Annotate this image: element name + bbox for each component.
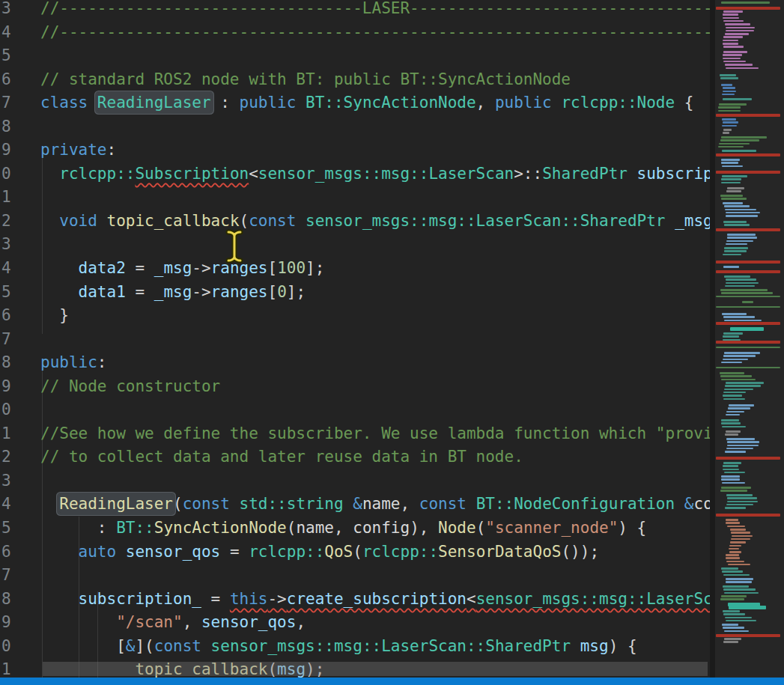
minimap-line [725,64,753,66]
minimap-line [720,74,736,76]
minimap-line [724,205,750,207]
minimap-line [718,110,741,112]
code-area[interactable]: //--------------------------------LASER-… [0,0,710,685]
minimap-line [719,103,747,106]
minimap-line [725,433,738,436]
code-line[interactable] [0,186,710,210]
code-line[interactable] [0,469,710,493]
code-line[interactable]: public: [0,351,710,375]
minimap-line [722,426,746,428]
minimap-line [721,567,738,570]
code-line[interactable]: // standard ROS2 node with BT: public BT… [0,68,710,92]
minimap-line [723,10,742,13]
code-line[interactable] [0,328,710,352]
minimap-line [716,322,780,325]
minimap-line [723,462,741,464]
minimap-line [723,332,743,335]
code-line[interactable]: //--------------------------------------… [0,21,710,45]
minimap-line [722,150,756,152]
minimap-line [724,630,749,633]
code-line[interactable]: data2 = _msg->ranges[100]; [0,257,710,281]
code-line[interactable] [0,398,710,422]
minimap-line [723,398,746,401]
minimap-line [720,77,739,79]
code-line[interactable] [0,564,710,588]
code-line[interactable]: // Node constructor [0,375,710,399]
minimap-line [723,13,738,16]
minimap-line [719,143,750,145]
minimap-line [716,7,780,10]
minimap-line [742,301,753,303]
code-line[interactable]: [&](const sensor_msgs::msg::LaserScan::S… [0,635,710,659]
minimap-line [716,270,780,273]
minimap-line [716,296,780,297]
minimap-line [721,1,770,4]
minimap-line [716,347,780,348]
minimap-line [726,494,753,496]
minimap-line [725,285,754,287]
minimap-line [716,634,780,637]
minimap-separator [710,0,715,685]
code-line[interactable]: data1 = _msg->ranges[0]; [0,281,710,305]
minimap-line [721,84,732,86]
horizontal-scrollbar[interactable] [43,662,708,676]
minimap-line [723,613,745,615]
minimap-line [721,159,739,161]
minimap-line [726,282,759,284]
minimap-line [723,129,732,131]
minimap-line [723,254,741,256]
minimap-line [721,419,739,421]
minimap-line [724,250,747,252]
code-line[interactable] [0,115,710,139]
minimap-line [716,153,780,156]
minimap-line [726,243,747,246]
minimap-line [721,487,751,489]
minimap-line [726,561,744,563]
code-line[interactable]: private: [0,138,710,162]
code-line[interactable] [0,44,710,68]
minimap-line [722,175,747,177]
code-line[interactable]: rclcpp::Subscription<sensor_msgs::msg::L… [0,162,710,186]
minimap-line [727,526,745,528]
minimap-line [720,598,744,600]
minimap[interactable] [715,0,784,685]
minimap-line [727,234,756,236]
minimap-line [723,316,756,318]
code-line[interactable]: // to collect data and later reuse data … [0,445,710,469]
code-line[interactable]: : BT::SyncActionNode(name, config), Node… [0,517,710,541]
code-line[interactable]: subscription_ = this->create_subscriptio… [0,588,710,612]
minimap-line [727,441,759,443]
minimap-line [721,182,741,184]
minimap-line [723,641,738,643]
code-line[interactable]: class ReadingLaser : public BT::SyncActi… [0,91,710,115]
code-line[interactable]: } [0,304,710,328]
minimap-line [723,574,750,576]
code-line[interactable]: ReadingLaser(const std::string &name, co… [0,493,710,517]
minimap-line [730,529,746,531]
minimap-line [723,58,741,60]
minimap-line [729,606,766,609]
code-line[interactable]: "/scan", sensor_qos, [0,611,710,635]
minimap-line [723,266,739,268]
minimap-line [716,341,780,344]
minimap-line [723,36,743,38]
code-line[interactable] [0,233,710,257]
minimap-line [722,624,738,626]
minimap-line [723,54,741,56]
minimap-line [722,118,736,121]
minimap-line [723,335,739,338]
minimap-line [727,501,758,503]
minimap-line [728,564,750,566]
code-line[interactable]: //--------------------------------LASER-… [0,0,710,21]
minimap-line [731,532,750,534]
minimap-line [726,67,759,70]
code-line[interactable]: void topic_callback(const sensor_msgs::m… [0,210,710,234]
minimap-line [716,228,780,231]
minimap-line [726,620,756,622]
minimap-line [724,224,750,226]
code-line[interactable]: auto sensor_qos = rclcpp::QoS(rclcpp::Se… [0,541,710,564]
code-line[interactable]: //See how we define the subscriber. We u… [0,422,710,446]
minimap-line [723,585,749,588]
minimap-line [725,33,750,35]
minimap-line [726,382,764,384]
